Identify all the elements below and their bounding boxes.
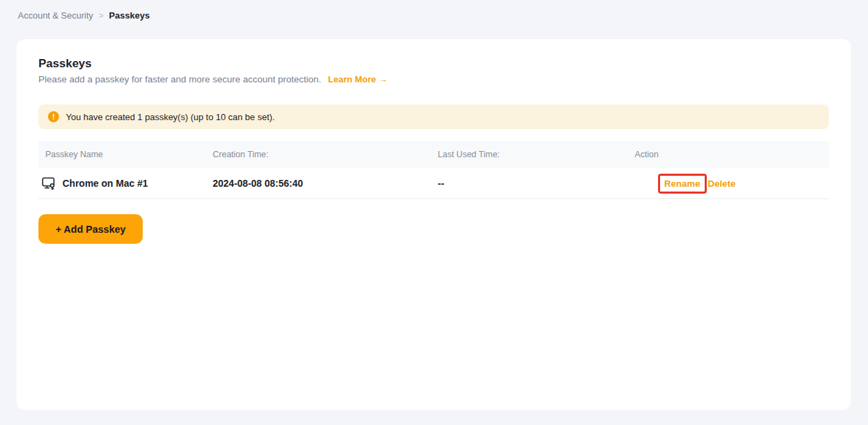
page-subtitle-row: Please add a passkey for faster and more… — [38, 74, 829, 85]
column-header-passkey-name: Passkey Name — [38, 150, 213, 159]
rename-link[interactable]: Rename — [664, 179, 701, 189]
passkey-name: Chrome on Mac #1 — [62, 178, 148, 189]
annotation-highlight-box: Rename — [658, 174, 707, 194]
banner-text: You have created 1 passkey(s) (up to 10 … — [66, 112, 274, 122]
column-header-last-used-time: Last Used Time: — [438, 150, 635, 159]
add-passkey-button[interactable]: + Add Passkey — [38, 214, 143, 244]
learn-more-link[interactable]: Learn More → — [328, 74, 388, 85]
breadcrumb: Account & Security > Passkeys — [18, 10, 150, 21]
passkey-count-banner: ! You have created 1 passkey(s) (up to 1… — [38, 104, 829, 129]
passkeys-card: Passkeys Please add a passkey for faster… — [16, 39, 851, 410]
arrow-right-icon: → — [379, 74, 388, 85]
last-used-time-value: -- — [438, 178, 635, 189]
actions-cell: Rename Delete — [635, 174, 829, 194]
table-row: Chrome on Mac #1 2024-08-08 08:56:40 -- … — [38, 168, 829, 199]
column-header-creation-time: Creation Time: — [213, 150, 438, 159]
page-subtitle: Please add a passkey for faster and more… — [38, 74, 321, 85]
passkeys-table: Passkey Name Creation Time: Last Used Ti… — [38, 141, 829, 199]
passkeys-page: Account & Security > Passkeys Passkeys P… — [0, 0, 868, 425]
table-header-row: Passkey Name Creation Time: Last Used Ti… — [38, 141, 829, 168]
passkey-name-cell: Chrome on Mac #1 — [38, 176, 213, 190]
learn-more-label: Learn More — [328, 74, 376, 85]
passkey-device-icon — [42, 176, 57, 190]
creation-time-value: 2024-08-08 08:56:40 — [213, 178, 438, 189]
breadcrumb-account-security[interactable]: Account & Security — [18, 10, 93, 21]
warning-exclamation-icon: ! — [48, 111, 59, 122]
chevron-right-icon: > — [99, 11, 104, 21]
breadcrumb-passkeys: Passkeys — [109, 10, 150, 21]
column-header-action: Action — [635, 150, 829, 159]
delete-link[interactable]: Delete — [708, 179, 736, 189]
page-title: Passkeys — [38, 57, 829, 71]
